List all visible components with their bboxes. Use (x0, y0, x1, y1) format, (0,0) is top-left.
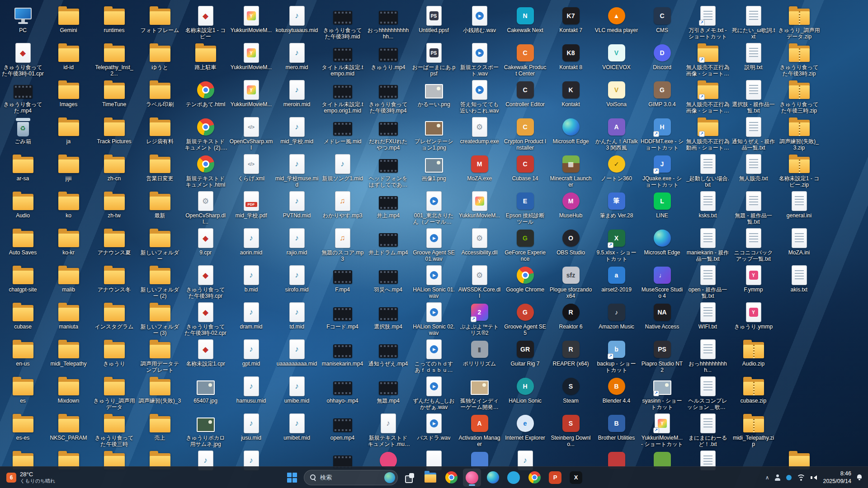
desktop-icon[interactable]: 新しいフォルダー (3) (137, 300, 183, 337)
desktop-icon[interactable]: ♪kotusytuaaus.mid (274, 4, 320, 41)
desktop-icon[interactable]: 説明.txt (731, 41, 776, 78)
taskbar-media-app[interactable] (463, 469, 481, 487)
desktop-icon[interactable]: 営業日変更 (137, 152, 183, 189)
desktop-icon[interactable]: J↗JQuake.exe - ショートカット (639, 152, 685, 189)
desktop-icon[interactable]: eInternet Explorer (502, 411, 548, 448)
desktop-icon[interactable]: 無題 - 親作品一覧.txt (731, 189, 776, 226)
start-button[interactable] (283, 469, 301, 487)
desktop-icon[interactable]: manisekarin.mp4 (320, 337, 365, 374)
desktop-icon[interactable]: MMoZA.exe (457, 152, 502, 189)
desktop-icon[interactable]: Aかんたん！AITalk 3 関西風 (594, 115, 639, 152)
desktop-icon[interactable]: ar-sa (0, 152, 46, 189)
desktop-icon[interactable]: GRGuitar Rig 7 (502, 337, 548, 374)
desktop-icon[interactable]: 選択肢 - 親作品一覧.txt (731, 78, 776, 115)
desktop-icon[interactable]: ▶ずんだもん_しおかぜぁ.wav (411, 374, 457, 411)
desktop-icon[interactable]: きゅうり食ってた午後3時.mid (320, 4, 365, 41)
desktop-icon[interactable]: ♪gpt.mid (228, 337, 274, 374)
desktop-icon[interactable]: YYukkuriMovieM... (228, 4, 274, 41)
desktop-icon[interactable]: zh-cn (91, 152, 137, 189)
desktop-icon[interactable]: </>OpenCvSharp.xml (228, 115, 274, 152)
desktop-icon[interactable]: Yきゅうり.ymmp (731, 300, 776, 337)
desktop-icon[interactable]: PSPiapro Studio NT2 (639, 337, 685, 374)
desktop-icon[interactable]: きゅうり食ってた.mp4 (0, 78, 46, 115)
desktop-icon[interactable]: きゅうりポカロ用サムネ.jpg (183, 411, 228, 448)
tray-clock[interactable]: 8:46 2025/09/14 (823, 470, 851, 485)
desktop-icon[interactable]: ♪hamusu.mid (228, 374, 274, 411)
desktop-icon[interactable]: chatgpt-site (0, 263, 46, 300)
desktop-icon[interactable]: きゅうり食ってた午後3時.mp4 (365, 78, 411, 115)
desktop-icon[interactable]: ♪umibet.mid (274, 411, 320, 448)
desktop-icon[interactable]: ▶小銭踏む.wav (457, 4, 502, 41)
desktop-icon[interactable]: GGroove Agent SE 5 (502, 300, 548, 337)
desktop-icon[interactable]: Audio (0, 189, 46, 226)
desktop-icon[interactable]: 調声練習(失敗)_3.zip (776, 115, 822, 152)
desktop-icon[interactable]: 売上 (137, 411, 183, 448)
desktop-icon[interactable]: midi_Telepathy (46, 337, 91, 374)
desktop-icon[interactable]: DDiscord (639, 41, 685, 78)
desktop-icon[interactable]: ♫無題のスコア.mp3 (320, 226, 365, 263)
desktop-icon[interactable]: ko (46, 189, 91, 226)
desktop-icon[interactable]: HHALion Sonic (502, 374, 548, 411)
desktop-icon[interactable]: cubase.zip (731, 374, 776, 411)
desktop-icon[interactable]: ▶新規エクスポート.wav (457, 41, 502, 78)
desktop-icon[interactable]: X↗9.5.xlsx - ショートカット (594, 226, 639, 263)
desktop-icon[interactable]: Track Pictures (91, 115, 137, 152)
taskbar-x-app[interactable]: X (567, 469, 585, 487)
desktop-icon[interactable]: b↗backup - ショートカット (594, 337, 639, 374)
desktop-icon[interactable]: おっhhhhhhhhhhhh... (365, 4, 411, 41)
taskbar-file-explorer[interactable] (421, 469, 439, 487)
desktop-icon[interactable]: ◆9.cpr (183, 226, 228, 263)
desktop-icon[interactable]: ♪PVTNd.mid (274, 189, 320, 226)
desktop-icon[interactable]: 画像1.png (411, 152, 457, 189)
desktop-icon[interactable]: 井上.mp4 (365, 189, 411, 226)
desktop-icon[interactable]: 筆筆まめ Ver.28 (594, 189, 639, 226)
desktop-icon[interactable]: WIFI.txt (685, 300, 731, 337)
desktop-icon[interactable]: PDFmid_学校.pdf (228, 189, 274, 226)
desktop-icon[interactable]: CController Editor (502, 78, 548, 115)
desktop-icon[interactable]: プレゼンテーション1.png (411, 115, 457, 152)
desktop-icon[interactable]: RReaktor 6 (548, 300, 594, 337)
desktop-icon[interactable]: 無人販売.txt (731, 152, 776, 189)
desktop-icon[interactable]: ▶Groove Agent SE 01.wav (411, 226, 457, 263)
desktop-icon[interactable]: ラベル印刷 (137, 78, 183, 115)
desktop-icon[interactable]: 新規テキストドキュメント.html (183, 152, 228, 189)
desktop-icon[interactable]: PC (0, 4, 46, 41)
tray-chevron-up-icon[interactable]: ∧ (765, 474, 769, 481)
desktop-icon[interactable]: ✓ノートン360 (594, 152, 639, 189)
desktop-icon[interactable]: CCubase 14 (502, 152, 548, 189)
desktop-icon[interactable]: タイトル未設定.tempo.mid (320, 41, 365, 78)
desktop-icon[interactable]: BBrother Utilities (594, 411, 639, 448)
desktop-icon[interactable]: レジ袋有料 (137, 115, 183, 152)
desktop-icon[interactable]: ↗無人販売不正行為動画 - ショートカット (685, 115, 731, 152)
desktop-icon[interactable]: Y↗YukkuriMovieM... - ショートカット (639, 411, 685, 448)
desktop-icon[interactable]: MoZA.ini (776, 226, 822, 263)
desktop-icon[interactable]: VVOICEVOX (594, 41, 639, 78)
desktop-icon[interactable]: OOBS Studio (548, 226, 594, 263)
desktop-icon[interactable]: 選択肢.mp4 (365, 300, 411, 337)
desktop-icon[interactable]: _起動しない場合.txt (685, 152, 731, 189)
desktop-icon[interactable]: NCakewalk Next (502, 4, 548, 41)
desktop-icon[interactable]: YYukkuriMovieM... (228, 78, 274, 115)
desktop-icon[interactable]: GGeForce Experience (502, 226, 548, 263)
desktop-icon[interactable]: 名称未設定1 - コピー.zip (776, 152, 822, 189)
desktop-icon[interactable]: ▦Minecraft Launcher (548, 152, 594, 189)
desktop-icon[interactable]: 新しいフォルダー (137, 226, 183, 263)
desktop-icon[interactable]: ♪新規ソング1.mid (320, 152, 365, 189)
desktop-icon[interactable]: sfzPlogue sforzando x64 (548, 263, 594, 300)
desktop-icon[interactable]: CCakewalk Product Center (502, 41, 548, 78)
desktop-icon[interactable]: LLINE (639, 189, 685, 226)
desktop-icon[interactable]: Mixdown (46, 374, 91, 411)
desktop-icon[interactable]: zh-tw (91, 189, 137, 226)
desktop-icon[interactable]: cubase (0, 300, 46, 337)
desktop-icon[interactable]: en-us (0, 337, 46, 374)
desktop-icon[interactable]: フォトフレーム (137, 4, 183, 41)
desktop-icon[interactable]: ヘルスコンプレッション＿歌詞.txt (685, 374, 731, 411)
desktop-icon[interactable]: NANative Access (639, 300, 685, 337)
desktop-icon[interactable]: YYukkuriMovieM... (457, 189, 502, 226)
desktop-icon[interactable]: KKontakt (548, 78, 594, 115)
taskbar-search[interactable]: 検索 (304, 470, 398, 485)
desktop-icon[interactable]: VVoiSona (594, 78, 639, 115)
desktop-icon[interactable]: だれだFXUれたやつ.mp4 (365, 115, 411, 152)
desktop-icon[interactable]: SSteam (548, 374, 594, 411)
weather-widget[interactable]: 6 28°C くもりのち晴れ (2, 467, 60, 488)
